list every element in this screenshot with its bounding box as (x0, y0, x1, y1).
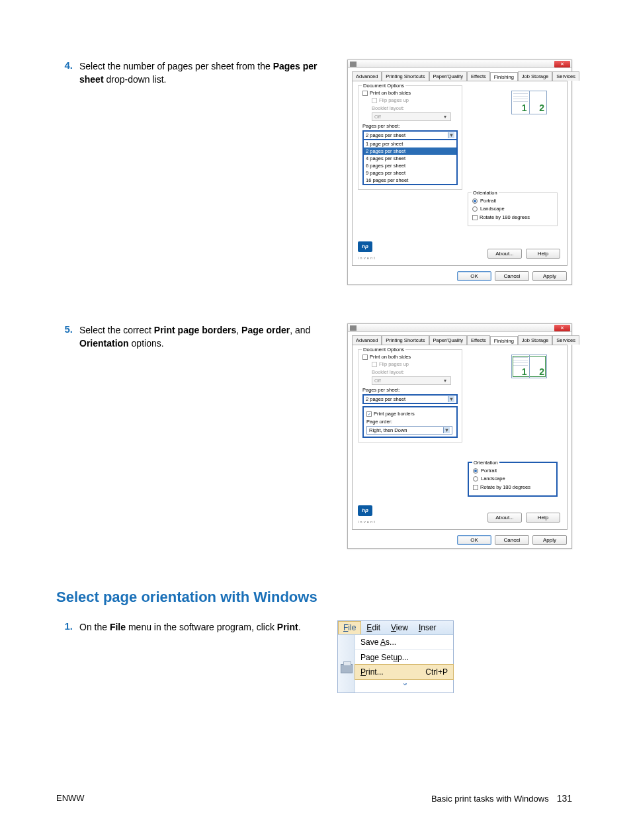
tab-advanced[interactable]: Advanced (352, 335, 382, 345)
step5-bold-a: Print page borders (154, 325, 236, 335)
pps-option-4[interactable]: 4 pages per sheet (364, 155, 456, 162)
tab-paper-quality[interactable]: Paper/Quality (429, 335, 467, 345)
flip-pages-up-label: Flip pages up (379, 97, 409, 103)
hp-logo-icon: hp (358, 505, 372, 516)
chevron-down-icon[interactable]: ▼ (448, 396, 454, 402)
about-button[interactable]: About... (487, 513, 522, 523)
rotate-180-checkbox[interactable]: Rotate by 180 degrees (473, 484, 552, 490)
page-order-dropdown[interactable]: Right, then Down▼ (366, 426, 452, 435)
menu-expand[interactable]: ˅˅ (355, 679, 453, 693)
close-button[interactable]: ✕ (554, 61, 570, 67)
page-order-label: Page order: (366, 419, 454, 425)
tab-advanced[interactable]: Advanced (352, 71, 382, 81)
portrait-radio[interactable]: Portrait (472, 198, 553, 204)
menu-item-page-setup[interactable]: Page Setup... (355, 650, 453, 665)
document-options-label: Document Options (362, 347, 405, 353)
portrait-label: Portrait (481, 468, 497, 474)
printer-icon (341, 664, 353, 673)
booklet-layout-label: Booklet layout: (372, 369, 458, 375)
portrait-radio[interactable]: Portrait (473, 468, 552, 474)
chevron-down-icon: ▾ (442, 114, 448, 120)
tab-effects[interactable]: Effects (467, 71, 490, 81)
orientation-group: Orientation Portrait Landscape Rotate by… (468, 192, 558, 226)
rotate-180-label: Rotate by 180 degrees (480, 214, 530, 220)
pages-per-sheet-dropdown[interactable]: 2 pages per sheet▼ (362, 394, 458, 404)
step-number-1b: 1. (56, 620, 79, 693)
pps-option-9[interactable]: 9 pages per sheet (364, 169, 456, 177)
step-text-5: Select the correct Print page borders, P… (79, 323, 317, 549)
step5-part-a: Select the correct (79, 325, 154, 335)
tab-paper-quality[interactable]: Paper/Quality (429, 71, 467, 81)
help-button[interactable]: Help (526, 513, 560, 523)
menu-file[interactable]: File (338, 621, 361, 634)
pps-option-6[interactable]: 6 pages per sheet (364, 162, 456, 169)
tab-services[interactable]: Services (552, 71, 579, 81)
tab-finishing[interactable]: Finishing (490, 72, 518, 81)
print-shortcut: Ctrl+P (425, 667, 448, 677)
print-both-sides-checkbox[interactable]: Print on both sides (362, 90, 458, 96)
pps-option-1[interactable]: 1 page per sheet (364, 140, 456, 147)
chevron-down-icon[interactable]: ▼ (443, 427, 450, 433)
menu-item-print[interactable]: Print...Ctrl+P (355, 664, 454, 680)
radio-icon (472, 198, 478, 204)
step-text-4: Select the number of pages per sheet fro… (79, 60, 317, 285)
booklet-layout-dropdown: Off▾ (372, 376, 451, 385)
landscape-radio[interactable]: Landscape (472, 206, 553, 212)
hp-invent-label: invent (358, 520, 376, 524)
rotate-180-checkbox[interactable]: Rotate by 180 degrees (472, 214, 553, 220)
tab-strip: Advanced Printing Shortcuts Paper/Qualit… (348, 332, 571, 345)
tab-strip: Advanced Printing Shortcuts Paper/Qualit… (348, 68, 571, 81)
tab-services[interactable]: Services (552, 335, 579, 345)
cancel-button[interactable]: Cancel (495, 535, 529, 545)
chevrons-down-icon: ˅˅ (403, 683, 405, 690)
flip-pages-up-checkbox: Flip pages up (372, 97, 458, 103)
dialog-footer-buttons: OK Cancel Apply (348, 269, 571, 284)
landscape-radio[interactable]: Landscape (473, 476, 552, 482)
close-button[interactable]: ✕ (554, 325, 570, 331)
booklet-layout-value: Off (374, 378, 381, 384)
ok-button[interactable]: OK (457, 535, 491, 545)
booklet-layout-value: Off (374, 114, 381, 120)
help-button[interactable]: Help (526, 249, 560, 259)
pages-per-sheet-value: 2 pages per sheet (366, 396, 405, 402)
apply-button[interactable]: Apply (532, 271, 567, 281)
print-both-sides-checkbox[interactable]: Print on both sides (362, 354, 458, 360)
step1b-part-b: menu in the software program, click (126, 622, 277, 632)
step5-part-d: options. (129, 338, 164, 349)
step1b-part-c: . (298, 622, 301, 632)
document-options-label: Document Options (362, 83, 405, 89)
print-page-borders-checkbox[interactable]: ✓Print page borders (366, 411, 454, 417)
pps-option-2[interactable]: 2 pages per sheet (364, 147, 456, 155)
titlebar: ✕ (348, 324, 571, 332)
pages-per-sheet-dropdown[interactable]: 2 pages per sheet▼ (362, 130, 458, 140)
about-button[interactable]: About... (487, 249, 522, 259)
checkmark-icon: ✓ (366, 411, 372, 417)
radio-icon (473, 468, 478, 474)
radio-icon (473, 476, 478, 482)
tab-printing-shortcuts[interactable]: Printing Shortcuts (382, 335, 429, 345)
step5-part-c: , and (290, 325, 310, 335)
tab-job-storage[interactable]: Job Storage (518, 335, 552, 345)
menubar: File Edit View Inser (338, 621, 453, 635)
menu-edit[interactable]: Edit (361, 621, 386, 634)
tab-effects[interactable]: Effects (467, 335, 490, 345)
menu-item-save-as[interactable]: Save As... (355, 635, 453, 650)
pages-per-sheet-listbox[interactable]: 1 page per sheet 2 pages per sheet 4 pag… (362, 140, 458, 185)
ok-button[interactable]: OK (457, 271, 491, 281)
preview-page-1: 1 (522, 366, 527, 377)
pps-option-16[interactable]: 16 pages per sheet (364, 177, 456, 184)
print-both-sides-label: Print on both sides (370, 90, 411, 96)
apply-button[interactable]: Apply (532, 535, 567, 545)
portrait-label: Portrait (480, 198, 496, 204)
preview-page-1: 1 (522, 103, 527, 113)
menu-insert[interactable]: Inser (413, 621, 442, 634)
tab-job-storage[interactable]: Job Storage (518, 71, 552, 81)
cancel-button[interactable]: Cancel (495, 271, 529, 281)
tab-finishing[interactable]: Finishing (490, 336, 518, 345)
menu-view[interactable]: View (386, 621, 413, 634)
chevron-down-icon[interactable]: ▼ (448, 132, 454, 138)
layout-preview: 1 2 (501, 91, 558, 114)
tab-printing-shortcuts[interactable]: Printing Shortcuts (382, 71, 429, 81)
step1b-bold-b: Print (277, 622, 298, 632)
print-properties-dialog-1: ✕ Advanced Printing Shortcuts Paper/Qual… (347, 60, 572, 285)
